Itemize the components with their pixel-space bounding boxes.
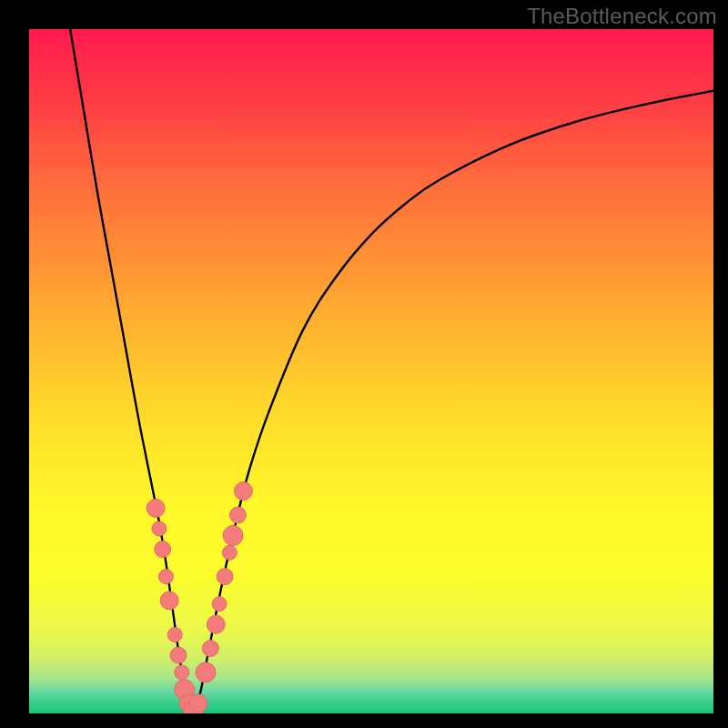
marked-dot [155, 541, 171, 558]
marked-dot [189, 694, 207, 713]
marked-dot [229, 507, 246, 523]
chart-svg [29, 29, 713, 713]
plot-area [29, 29, 713, 713]
marked-dots-group [147, 482, 252, 713]
marked-dot [202, 641, 218, 657]
marked-dot [158, 570, 173, 584]
marked-dot [223, 525, 243, 545]
watermark-text: TheBottleneck.com [527, 4, 717, 29]
marked-dot [217, 569, 233, 585]
marked-dot [170, 647, 187, 663]
marked-dot [207, 615, 225, 633]
marked-dot [147, 499, 165, 517]
marked-dot [196, 662, 216, 682]
marked-dot [160, 592, 178, 610]
chart-frame: TheBottleneck.com [0, 0, 728, 728]
marked-dot [152, 521, 167, 536]
bottleneck-curve [70, 29, 713, 713]
marked-dot [212, 597, 227, 612]
marked-dot [175, 665, 189, 680]
marked-dot [222, 545, 237, 560]
marked-dot [167, 628, 182, 642]
marked-dot [234, 482, 252, 500]
